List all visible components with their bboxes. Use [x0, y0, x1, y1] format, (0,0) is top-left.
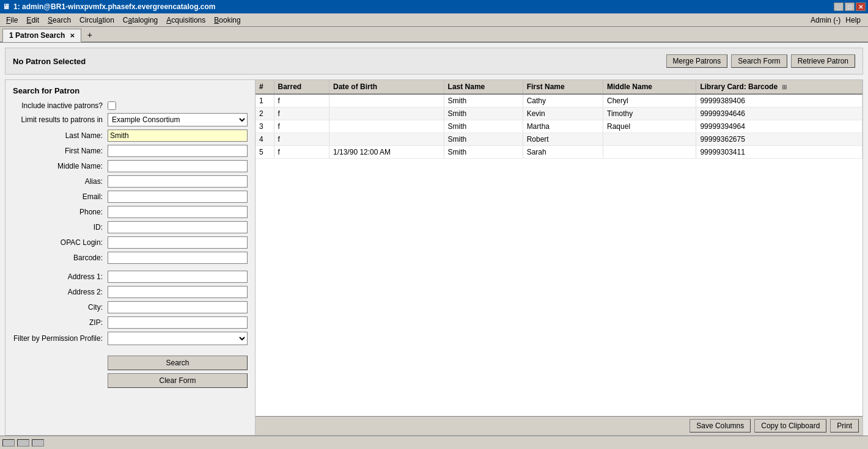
col-barcode-header[interactable]: Library Card: Barcode ⊞ — [696, 80, 862, 94]
last-name-input[interactable] — [108, 130, 248, 142]
id-label: ID: — [13, 223, 108, 232]
first-name-input[interactable] — [108, 145, 248, 157]
content-split: Search for Patron Include inactive patro… — [5, 79, 863, 436]
save-columns-button[interactable]: Save Columns — [690, 419, 751, 433]
include-inactive-row: Include inactive patrons? — [13, 101, 248, 110]
cell-barred: f — [274, 146, 329, 159]
new-tab-button[interactable]: + — [83, 28, 97, 42]
col-dob-header[interactable]: Date of Birth — [329, 80, 444, 94]
search-button[interactable]: Search — [108, 356, 248, 370]
cell-firstname: Robert — [523, 133, 603, 146]
cell-dob: 1/13/90 12:00 AM — [329, 146, 444, 159]
address1-row: Address 1: — [13, 271, 248, 283]
address2-input[interactable] — [108, 286, 248, 298]
city-input[interactable] — [108, 301, 248, 313]
phone-input[interactable] — [108, 206, 248, 218]
opac-login-input[interactable] — [108, 236, 248, 249]
table-container: # Barred Date of Birth Last Name First N… — [256, 80, 862, 416]
restore-button[interactable]: □ — [845, 2, 855, 11]
results-panel: # Barred Date of Birth Last Name First N… — [256, 79, 863, 436]
table-row[interactable]: 3 f Smith Martha Raquel 99999394964 — [256, 120, 862, 133]
opac-login-row: OPAC Login: — [13, 236, 248, 249]
email-row: Email: — [13, 191, 248, 203]
patron-status: No Patron Selected — [13, 57, 86, 66]
status-indicator-2 — [17, 439, 29, 447]
cell-dob — [329, 108, 444, 120]
cell-firstname: Sarah — [523, 146, 603, 159]
permission-profile-dropdown[interactable] — [108, 332, 248, 345]
results-table: # Barred Date of Birth Last Name First N… — [256, 80, 862, 159]
alias-input[interactable] — [108, 175, 248, 188]
col-num-header[interactable]: # — [256, 80, 274, 94]
cell-middlename — [603, 133, 696, 146]
address1-label: Address 1: — [13, 272, 108, 281]
table-row[interactable]: 4 f Smith Robert 99999362675 — [256, 133, 862, 146]
address1-input[interactable] — [108, 271, 248, 283]
minimize-button[interactable]: _ — [834, 2, 844, 11]
status-indicator-3 — [32, 439, 44, 447]
cell-barred: f — [274, 120, 329, 133]
tab-patron-search[interactable]: 1 Patron Search ✕ — [2, 29, 81, 42]
cell-firstname: Cathy — [523, 94, 603, 108]
retrieve-patron-button[interactable]: Retrieve Patron — [791, 54, 855, 68]
table-row[interactable]: 1 f Smith Cathy Cheryl 99999389406 — [256, 94, 862, 108]
cell-barcode: 99999389406 — [696, 94, 862, 108]
menu-bar: File Edit Search Circulation Cataloging … — [0, 13, 868, 27]
menu-booking[interactable]: Booking — [210, 15, 244, 26]
col-lastname-header[interactable]: Last Name — [444, 80, 523, 94]
app-icon: 🖥 — [2, 2, 10, 11]
zip-input[interactable] — [108, 316, 248, 329]
id-input[interactable] — [108, 221, 248, 233]
menu-file[interactable]: File — [2, 15, 21, 26]
menu-circulation[interactable]: Circulation — [76, 15, 118, 26]
cell-lastname: Smith — [444, 94, 523, 108]
title-bar-text: 1: admin@BR1-winxpvmfx.phasefx.evergreen… — [13, 2, 215, 11]
help-label[interactable]: Help — [845, 16, 861, 24]
merge-patrons-button[interactable]: Merge Patrons — [666, 54, 728, 68]
tab-close-icon[interactable]: ✕ — [70, 32, 75, 39]
cell-num: 4 — [256, 133, 274, 146]
barcode-input[interactable] — [108, 252, 248, 264]
middle-name-input[interactable] — [108, 160, 248, 172]
id-row: ID: — [13, 221, 248, 233]
print-button[interactable]: Print — [830, 419, 859, 433]
address2-row: Address 2: — [13, 286, 248, 298]
clear-form-button[interactable]: Clear Form — [108, 373, 248, 388]
cell-barcode: 99999394646 — [696, 108, 862, 120]
cell-middlename: Raquel — [603, 120, 696, 133]
main-content: No Patron Selected Merge Patrons Search … — [0, 43, 868, 436]
cell-firstname: Kevin — [523, 108, 603, 120]
limit-results-dropdown[interactable]: Example Consortium — [108, 113, 248, 126]
cell-dob — [329, 133, 444, 146]
status-bar — [0, 436, 868, 449]
include-inactive-checkbox[interactable] — [108, 101, 116, 110]
middle-name-row: Middle Name: — [13, 160, 248, 172]
col-middlename-header[interactable]: Middle Name — [603, 80, 696, 94]
cell-num: 2 — [256, 108, 274, 120]
city-row: City: — [13, 301, 248, 313]
cell-num: 1 — [256, 94, 274, 108]
cell-barred: f — [274, 133, 329, 146]
col-firstname-header[interactable]: First Name — [523, 80, 603, 94]
search-panel-title: Search for Patron — [13, 86, 248, 95]
menu-edit[interactable]: Edit — [23, 15, 43, 26]
email-input[interactable] — [108, 191, 248, 203]
address2-label: Address 2: — [13, 288, 108, 296]
barcode-label: Barcode: — [13, 254, 108, 262]
close-button[interactable]: ✕ — [856, 2, 866, 11]
table-row[interactable]: 2 f Smith Kevin Timothy 99999394646 — [256, 108, 862, 120]
menu-search[interactable]: Search — [44, 15, 75, 26]
alias-label: Alias: — [13, 177, 108, 186]
cell-lastname: Smith — [444, 108, 523, 120]
col-barred-header[interactable]: Barred — [274, 80, 329, 94]
menu-acquisitions[interactable]: Acquisitions — [163, 15, 209, 26]
zip-label: ZIP: — [13, 318, 108, 327]
menu-cataloging[interactable]: Cataloging — [119, 15, 161, 26]
email-label: Email: — [13, 192, 108, 201]
search-form-button[interactable]: Search Form — [731, 54, 787, 68]
copy-clipboard-button[interactable]: Copy to Clipboard — [754, 419, 826, 433]
cell-barred: f — [274, 108, 329, 120]
table-row[interactable]: 5 f 1/13/90 12:00 AM Smith Sarah 9999930… — [256, 146, 862, 159]
form-buttons: Search Clear Form — [13, 356, 248, 388]
admin-label[interactable]: Admin (-) — [811, 16, 840, 24]
